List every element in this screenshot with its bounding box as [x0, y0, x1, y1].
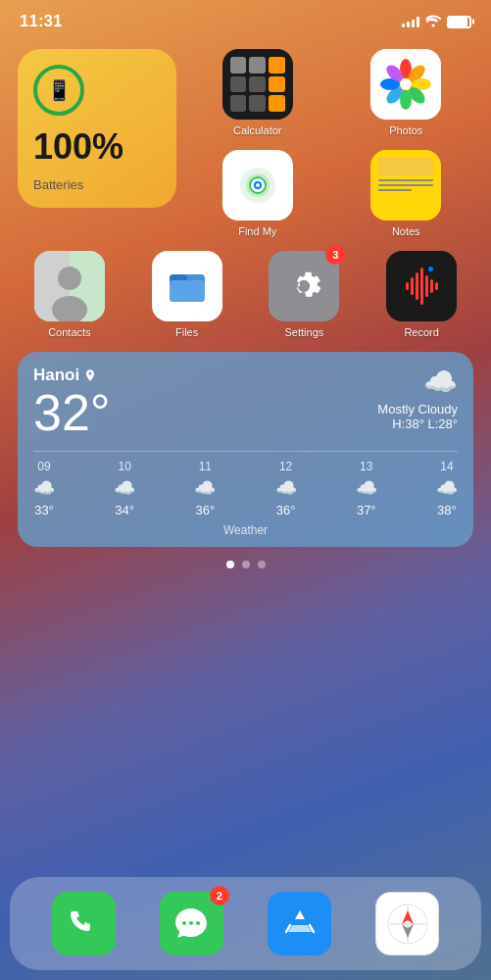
weather-hour-13: 13 ☁️ 37°	[356, 460, 377, 517]
files-icon	[152, 251, 222, 321]
appstore-icon	[268, 892, 331, 956]
weather-temperature: 32°	[33, 385, 111, 441]
calculator-label: Calculator	[233, 124, 282, 136]
svg-point-25	[196, 921, 200, 925]
row1: 📱 100% Batteries	[18, 49, 473, 237]
settings-label: Settings	[285, 326, 324, 338]
wifi-icon	[425, 14, 441, 30]
weather-hour-14: 14 ☁️ 38°	[436, 460, 458, 517]
weather-cloud-icon: ☁️	[423, 367, 458, 397]
weather-hour-09: 09 ☁️ 33°	[33, 460, 55, 517]
status-icons	[402, 14, 471, 30]
findmy-label: Find My	[238, 225, 276, 237]
weather-description: Mostly Cloudy	[377, 402, 458, 416]
messages-badge: 2	[210, 886, 229, 906]
dock-appstore[interactable]	[268, 892, 331, 956]
app-settings[interactable]: 3 Settings	[253, 251, 357, 338]
battery-ring-icon: 📱	[33, 65, 84, 116]
contacts-label: Contacts	[48, 326, 90, 338]
settings-icon: 3	[269, 251, 339, 321]
weather-hour-12: 12 ☁️ 36°	[275, 460, 297, 517]
weather-hour-10: 10 ☁️ 34°	[114, 460, 135, 517]
record-label: Record	[404, 326, 438, 338]
app-photos[interactable]: Photos	[339, 49, 474, 136]
photos-icon	[370, 49, 441, 120]
app-record[interactable]: Record	[369, 251, 473, 338]
status-time: 11:31	[20, 12, 62, 31]
battery-icon	[447, 16, 471, 28]
phone-icon	[52, 892, 116, 956]
page-dot-3[interactable]	[258, 561, 266, 568]
page-dot-2[interactable]	[242, 561, 250, 568]
app-row-3: Contacts Files 3 Settings	[18, 251, 473, 338]
page-dots	[18, 561, 473, 568]
weather-city: Hanoi	[33, 366, 111, 385]
app-files[interactable]: Files	[135, 251, 239, 338]
app-findmy[interactable]: Find My	[190, 150, 325, 237]
location-icon	[83, 368, 97, 382]
dock: 2	[10, 877, 481, 970]
weather-widget[interactable]: Hanoi 32° ☁️ Mostly Cloudy H:38° L:28° 0…	[18, 352, 473, 547]
messages-icon: 2	[160, 892, 223, 956]
safari-icon	[375, 892, 439, 956]
battery-percent: 100%	[33, 129, 123, 165]
app-row-1: Calculator	[190, 49, 473, 136]
home-content: 📱 100% Batteries	[0, 49, 491, 582]
dock-phone[interactable]	[52, 892, 116, 956]
svg-point-9	[400, 78, 412, 90]
notes-icon	[370, 150, 441, 220]
page-dot-1[interactable]	[226, 561, 234, 568]
files-label: Files	[175, 326, 198, 338]
photos-label: Photos	[389, 124, 422, 136]
svg-rect-22	[170, 280, 205, 302]
app-contacts[interactable]: Contacts	[18, 251, 122, 338]
contacts-icon	[34, 251, 105, 321]
dock-messages[interactable]: 2	[160, 892, 223, 956]
app-calculator[interactable]: Calculator	[190, 49, 325, 136]
notes-label: Notes	[392, 225, 420, 237]
weather-hourly: 09 ☁️ 33° 10 ☁️ 34° 11 ☁️ 36° 12 ☁️ 36° …	[33, 451, 458, 517]
calculator-icon	[222, 49, 293, 120]
svg-point-23	[182, 921, 186, 925]
record-icon	[386, 251, 457, 321]
weather-label: Weather	[33, 523, 458, 537]
svg-point-24	[189, 921, 193, 925]
svg-point-15	[256, 183, 260, 187]
battery-phone-icon: 📱	[47, 78, 72, 102]
signal-icon	[402, 17, 419, 27]
settings-badge: 3	[325, 245, 345, 265]
app-row-2: Find My Notes	[190, 150, 473, 237]
findmy-icon	[222, 150, 293, 220]
right-column: Calculator	[190, 49, 473, 237]
status-bar: 11:31	[0, 0, 491, 43]
app-notes[interactable]: Notes	[339, 150, 474, 237]
batteries-widget[interactable]: 📱 100% Batteries	[18, 49, 176, 208]
batteries-label: Batteries	[33, 177, 83, 192]
dock-safari[interactable]	[375, 892, 439, 956]
svg-point-18	[58, 267, 81, 290]
weather-high-low: H:38° L:28°	[377, 416, 458, 431]
weather-hour-11: 11 ☁️ 36°	[194, 460, 216, 517]
